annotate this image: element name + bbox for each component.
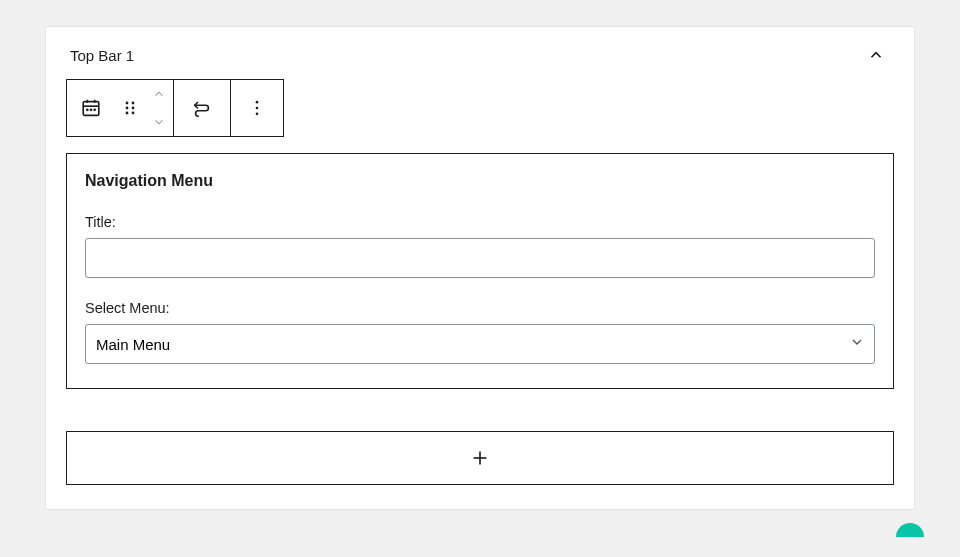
toolbar-group-block [67, 80, 174, 136]
svg-point-9 [126, 107, 129, 110]
toolbar-group-more [231, 80, 283, 136]
widget-block: Navigation Menu Title: Select Menu: Main… [66, 153, 894, 389]
svg-point-8 [132, 102, 135, 105]
block-type-button[interactable] [67, 80, 115, 136]
select-menu-label: Select Menu: [85, 300, 875, 316]
more-options-button[interactable] [231, 80, 283, 136]
chevron-up-icon [867, 46, 885, 64]
move-down-button[interactable] [145, 108, 173, 136]
panel-title: Top Bar 1 [70, 47, 134, 64]
more-vertical-icon [247, 98, 267, 118]
toolbar-group-transform [174, 80, 231, 136]
widget-heading: Navigation Menu [85, 172, 875, 190]
drag-handle[interactable] [115, 80, 145, 136]
chevron-up-icon [152, 87, 166, 101]
svg-point-11 [126, 112, 129, 115]
svg-point-6 [94, 109, 95, 110]
transform-icon [191, 97, 213, 119]
block-toolbar [66, 79, 284, 137]
widget-area-panel: Top Bar 1 [45, 26, 915, 510]
chevron-down-icon [152, 115, 166, 129]
transform-button[interactable] [174, 80, 230, 136]
select-menu-wrap: Main Menu [85, 324, 875, 364]
help-bubble[interactable] [896, 523, 924, 537]
svg-point-13 [256, 101, 259, 104]
select-menu-dropdown[interactable]: Main Menu [85, 324, 875, 364]
add-block-button[interactable] [66, 431, 894, 485]
plus-icon [469, 447, 491, 469]
panel-header: Top Bar 1 [66, 27, 894, 77]
svg-point-4 [87, 109, 88, 110]
move-controls [145, 80, 173, 136]
svg-point-10 [132, 107, 135, 110]
svg-point-5 [90, 109, 91, 110]
calendar-icon [80, 97, 102, 119]
drag-icon [122, 98, 138, 118]
move-up-button[interactable] [145, 80, 173, 108]
title-input[interactable] [85, 238, 875, 278]
title-label: Title: [85, 214, 875, 230]
svg-point-14 [256, 107, 259, 110]
svg-point-12 [132, 112, 135, 115]
svg-point-15 [256, 113, 259, 116]
collapse-toggle[interactable] [862, 41, 890, 69]
svg-point-7 [126, 102, 129, 105]
